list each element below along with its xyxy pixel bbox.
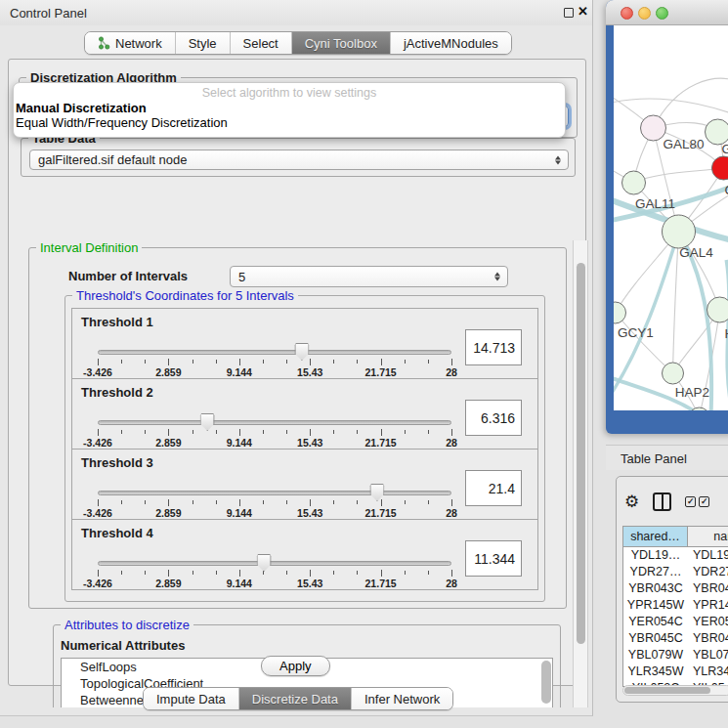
slider-tick-label: 9.144 [227, 578, 252, 589]
screen: Control Panel ✕ NetworkStyleSelectCyni T… [0, 0, 728, 728]
table-hscrollbar-track[interactable] [622, 685, 728, 696]
tab-style[interactable]: Style [175, 32, 230, 54]
tab-infer-network[interactable]: Infer Network [351, 688, 452, 709]
network-view-window: GAL80GALCGAL11GAL4GCY1HHAP2 [606, 0, 728, 434]
network-node-gal4[interactable] [663, 215, 696, 248]
table-data-combobox[interactable]: galFiltered.sif default node [29, 150, 569, 170]
slider-thumb[interactable] [294, 343, 309, 361]
split-columns-icon[interactable] [653, 492, 671, 511]
network-node-hap2[interactable] [663, 363, 684, 384]
table-cell: YLR34 [688, 664, 728, 680]
interval-definition-groupbox: Interval Definition Number of Intervals … [28, 247, 567, 609]
network-canvas[interactable]: GAL80GALCGAL11GAL4GCY1HHAP2 [614, 25, 728, 410]
network-node-label: H [725, 326, 728, 341]
slider-tick [168, 499, 169, 506]
slider-tick [333, 360, 334, 364]
threshold-slider[interactable]: -3.4262.8599.14415.4321.71528 [98, 379, 451, 450]
slider-tick-label: -3.426 [83, 366, 112, 378]
table-row[interactable]: YBL079WYBL07 [623, 647, 728, 664]
slider-tick [451, 570, 452, 577]
table-body: YDL19…YDL19YDR27…YDR27YBR043CYBR04YPR145… [623, 547, 728, 686]
table-cell: YER05 [688, 614, 728, 630]
slider-tick [310, 570, 311, 577]
algorithm-option[interactable]: Equal Width/Frequency Discretization [14, 116, 565, 131]
tab-impute-data[interactable]: Impute Data [144, 688, 238, 709]
float-window-icon[interactable] [564, 8, 574, 18]
network-node-label: GAL4 [679, 245, 713, 260]
settings-scrollbar-thumb[interactable] [577, 263, 585, 644]
threshold-slider[interactable]: -3.4262.8599.14415.4321.71528 [98, 309, 451, 380]
close-panel-icon[interactable]: ✕ [578, 4, 588, 19]
thresholds-groupbox: Threshold's Coordinates for 5 Intervals … [64, 295, 545, 602]
slider-tick-label: 9.144 [227, 437, 252, 449]
slider-track[interactable] [98, 561, 451, 566]
slider-tick [168, 429, 169, 436]
slider-tick [145, 430, 146, 434]
zoom-button-icon[interactable] [656, 7, 668, 20]
slider-tick [357, 571, 358, 575]
table-row[interactable]: YBR045CYBR04 [623, 630, 728, 647]
table-row[interactable]: YDL19…YDL19 [623, 547, 728, 564]
attributes-list-scrollbar[interactable] [541, 661, 551, 704]
tab-cyni-toolbox[interactable]: Cyni Toolbox [291, 32, 390, 54]
slider-track[interactable] [98, 420, 451, 425]
slider-thumb[interactable] [200, 413, 215, 431]
slider-thumb[interactable] [257, 554, 272, 572]
slider-tick [168, 570, 169, 577]
slider-tick-label: 15.43 [297, 578, 322, 589]
table-data-groupbox: Table Data galFiltered.sif default node [21, 138, 576, 177]
slider-thumb[interactable] [369, 484, 384, 501]
close-button-icon[interactable] [621, 7, 633, 20]
checkbox-checked-icon[interactable]: ✓ [699, 496, 709, 507]
table-row[interactable]: YLR345WYLR34 [623, 664, 728, 680]
slider-tick [333, 500, 334, 504]
attributes-group-title: Attributes to discretize [61, 618, 193, 632]
slider-tick [239, 570, 240, 577]
slider-tick [193, 500, 193, 504]
threshold-slider[interactable]: -3.4262.8599.14415.4321.71528 [98, 450, 451, 521]
table-column-header[interactable]: name [688, 527, 728, 546]
threshold-value-field[interactable]: 14.713 [465, 329, 522, 365]
network-node-label: GAL80 [663, 137, 704, 151]
tab-network[interactable]: Network [85, 32, 175, 54]
slider-track[interactable] [98, 491, 451, 495]
algorithm-option[interactable]: Manual Discretization [14, 102, 565, 116]
table-cell: YBR045C [623, 630, 688, 647]
network-node-gal11[interactable] [622, 171, 646, 194]
threshold-value-field[interactable]: 11.344 [465, 540, 522, 577]
control-panel-tabs: NetworkStyleSelectCyni ToolboxjActiveMNo… [84, 31, 512, 55]
slider-tick [310, 429, 311, 436]
tab-jactivemnodules[interactable]: jActiveMNodules [390, 32, 511, 54]
table-row[interactable]: YER054CYER05 [623, 614, 728, 630]
threshold-box-1: Threshold 1-3.4262.8599.14415.4321.71528… [71, 308, 538, 379]
threshold-value-field[interactable]: 21.4 [465, 470, 522, 506]
table-row[interactable]: YBR043CYBR04 [623, 580, 728, 597]
table-column-header[interactable]: shared… [623, 527, 688, 546]
tab-label: Style [189, 36, 217, 51]
num-intervals-combobox[interactable]: 5 [230, 266, 508, 287]
slider-track[interactable] [98, 350, 451, 355]
table-row[interactable]: YDR27…YDR27 [623, 564, 728, 580]
checkbox-checked-icon[interactable]: ✓ [685, 496, 696, 507]
table-panel-titlebar: Table Panel [606, 445, 728, 470]
minimize-button-icon[interactable] [638, 7, 651, 20]
table-cell: YDR27 [688, 564, 728, 580]
apply-button[interactable]: Apply [261, 656, 330, 676]
slider-tick-label: -3.426 [83, 578, 112, 589]
table-cell: YDL19… [623, 547, 688, 564]
network-node-gcy1[interactable] [614, 302, 626, 323]
threshold-value-field[interactable]: 6.316 [465, 400, 522, 436]
slider-tick [121, 430, 122, 434]
slider-tick [145, 571, 146, 575]
table-hscrollbar-thumb[interactable] [624, 687, 710, 694]
slider-tick-label: 2.859 [155, 366, 181, 378]
slider-tick [193, 430, 193, 434]
tab-discretize-data[interactable]: Discretize Data [238, 688, 351, 709]
tab-select[interactable]: Select [230, 32, 291, 54]
settings-scrollbar-track[interactable] [573, 240, 588, 707]
slider-tick [193, 360, 193, 364]
threshold-slider[interactable]: -3.4262.8599.14415.4321.71528 [98, 520, 451, 591]
network-node-h[interactable] [707, 297, 728, 322]
table-row[interactable]: YPR145WYPR14 [623, 597, 728, 614]
gear-icon[interactable]: ⚙ [624, 493, 639, 510]
